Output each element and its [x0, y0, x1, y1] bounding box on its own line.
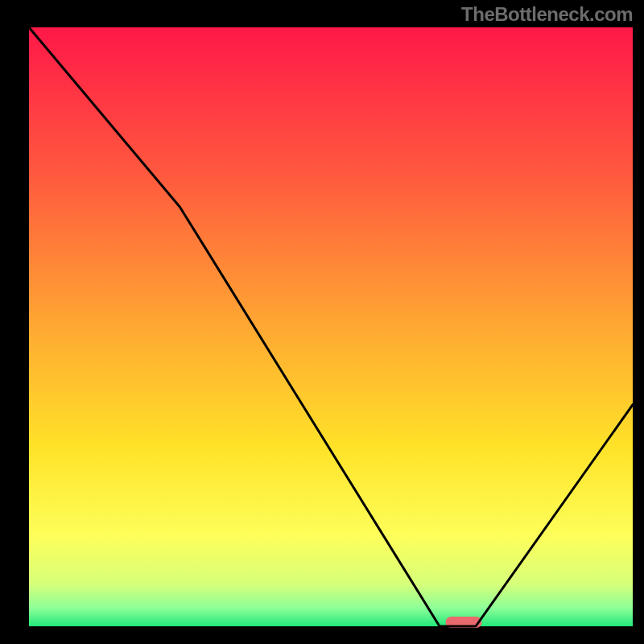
plot-area — [29, 27, 633, 626]
bottleneck-chart — [0, 0, 644, 644]
watermark-text: TheBottleneck.com — [461, 3, 633, 26]
chart-container: TheBottleneck.com — [0, 0, 644, 644]
